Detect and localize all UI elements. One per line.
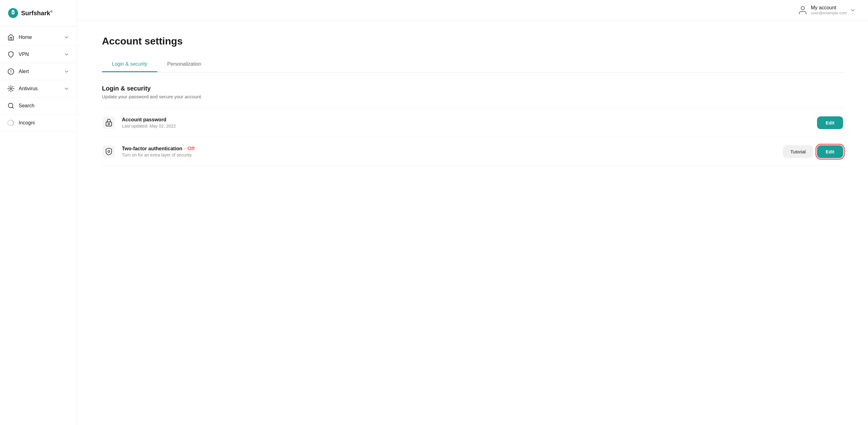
home-icon [7,34,14,41]
sidebar-item-home[interactable]: Home [0,29,77,46]
sidebar-logo: Surfshark® [0,0,77,26]
sidebar-item-alert-label: Alert [19,69,29,74]
account-avatar-icon [798,5,808,15]
alert-icon [7,68,14,75]
chevron-down-icon [64,52,69,57]
sidebar-item-vpn[interactable]: VPN [0,46,77,63]
tab-login-security[interactable]: Login & security [102,57,157,72]
account-menu[interactable]: My account user@example.com [798,5,856,15]
page-title: Account settings [102,35,843,47]
main-area: My account user@example.com Account sett… [77,0,868,425]
password-lock-icon [102,116,116,130]
account-password-item: Account password Last updated: May 02, 2… [102,108,843,137]
two-factor-auth-name: Two-factor authentication · Off [122,146,777,151]
chevron-down-icon [64,34,69,40]
login-security-section: Login & security Update your password an… [102,85,843,166]
sidebar-item-antivirus[interactable]: Antivirus [0,80,77,97]
two-factor-auth-info: Two-factor authentication · Off Turn on … [122,146,777,158]
two-factor-auth-desc: Turn on for an extra layer of security. [122,152,777,158]
sidebar-item-vpn-label: VPN [19,52,29,57]
two-factor-edit-button[interactable]: Edit [817,145,843,158]
search-icon [7,102,14,109]
incogni-toggle-icon[interactable] [7,119,14,126]
svg-point-1 [10,88,12,90]
svg-point-4 [801,6,805,10]
antivirus-icon [7,85,14,92]
main-content: Account settings Login & security Person… [77,21,868,425]
section-subtitle: Update your password and secure your acc… [102,94,843,99]
sidebar-item-search[interactable]: Search [0,97,77,114]
sidebar-item-incogni[interactable]: Incogni [0,114,77,132]
account-password-info: Account password Last updated: May 02, 2… [122,117,811,129]
tutorial-button[interactable]: Tutorial [783,145,813,158]
header: My account user@example.com [77,0,868,21]
sidebar-item-alert[interactable]: Alert [0,63,77,80]
security-items-list: Account password Last updated: May 02, 2… [102,108,843,166]
svg-rect-5 [102,116,115,129]
sidebar-item-incogni-label: Incogni [19,120,35,126]
two-factor-status: Off [187,146,195,151]
logo-text: Surfshark® [21,10,53,17]
two-factor-auth-actions: Tutorial Edit [783,145,843,158]
sidebar-nav: Home VPN [0,26,77,425]
svg-line-3 [12,107,13,108]
sidebar-item-search-label: Search [19,103,34,109]
sidebar-item-home-label: Home [19,34,32,40]
two-factor-auth-item: Two-factor authentication · Off Turn on … [102,137,843,166]
account-email-label: user@example.com [811,10,847,15]
tabs-bar: Login & security Personalization [102,57,843,73]
account-password-desc: Last updated: May 02, 2022 [122,123,811,129]
chevron-down-icon [64,69,69,74]
two-factor-shield-icon [102,145,116,159]
sidebar: Surfshark® Home [0,0,77,425]
account-password-edit-button[interactable]: Edit [817,116,843,129]
section-title: Login & security [102,85,843,92]
account-chevron-icon [850,7,856,13]
vpn-shield-icon [7,51,14,58]
chevron-down-icon [64,86,69,91]
account-name-label: My account [811,5,847,10]
surfshark-logo-icon [7,7,19,19]
account-password-actions: Edit [817,116,843,129]
svg-rect-8 [102,145,115,158]
tab-personalization[interactable]: Personalization [157,57,211,72]
sidebar-item-antivirus-label: Antivirus [19,86,38,91]
account-password-name: Account password [122,117,811,122]
